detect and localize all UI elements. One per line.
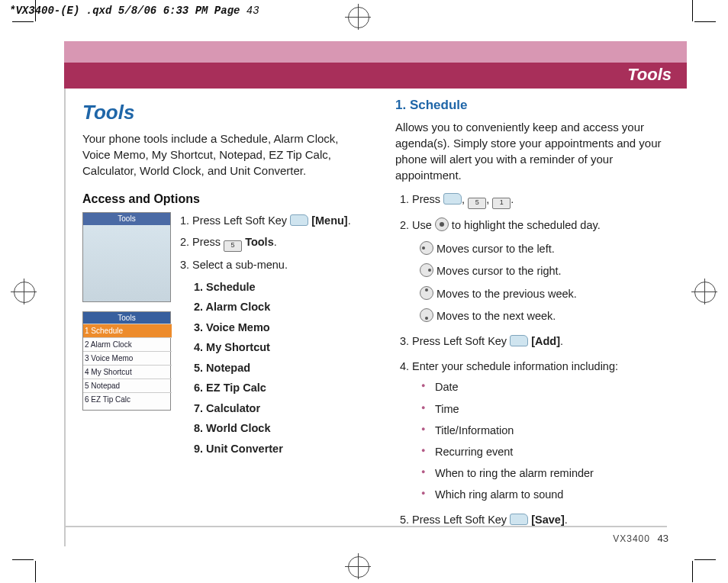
nav-key-icon xyxy=(435,217,449,231)
schedule-fields: Date Time Title/Information Recurring ev… xyxy=(421,378,682,504)
margin-rule-vertical xyxy=(64,89,66,546)
header-bold: *VX3400-(E) .qxd 5/8/06 6:33 PM Page xyxy=(9,5,240,17)
left-soft-key-icon xyxy=(290,214,308,226)
crop-mark xyxy=(694,559,716,560)
schedule-intro: Allows you to conveniently keep and acce… xyxy=(395,119,682,183)
submenu-item: 3. Voice Memo xyxy=(194,319,369,336)
crop-mark xyxy=(35,0,36,21)
screenshot-row: 3 Voice Memo xyxy=(83,351,172,366)
registration-mark-icon xyxy=(11,279,37,304)
sched-step-3: Press Left Soft Key [Add]. xyxy=(412,333,682,350)
bullet: When to ring the alarm reminder xyxy=(421,465,682,482)
sched-step-5: Press Left Soft Key [Save]. xyxy=(412,511,682,529)
submenu-item: 2. Alarm Clock xyxy=(194,298,369,315)
screenshot-row: 5 Notepad xyxy=(83,378,172,393)
screenshot-row: 2 Alarm Clock xyxy=(83,337,172,352)
bullet: Title/Information xyxy=(421,422,682,440)
submenu-item: 5. Notepad xyxy=(194,359,369,376)
nav-right-icon xyxy=(420,263,433,277)
section-title-bar: Tools xyxy=(64,63,687,89)
crop-mark xyxy=(694,21,716,22)
footer-model: VX3400 xyxy=(613,533,650,544)
section-title: Tools xyxy=(627,65,672,85)
nav-left-icon xyxy=(420,241,433,255)
footer-page-number: 43 xyxy=(658,533,668,544)
submenu-item: 4. My Shortcut xyxy=(194,339,369,356)
right-column: 1. Schedule Allows you to conveniently k… xyxy=(395,98,682,537)
bullet: Time xyxy=(421,401,682,418)
header-page: 43 xyxy=(246,5,259,17)
registration-mark-icon xyxy=(691,279,717,304)
key-5-icon: 5 xyxy=(468,198,486,209)
screenshot-titlebar: Tools xyxy=(83,213,170,225)
sched-step-4: Enter your schedule information includin… xyxy=(412,358,682,504)
subheading-access: Access and Options xyxy=(82,192,369,206)
submenu-item: 1. Schedule xyxy=(194,279,369,295)
screenshot-row: 4 My Shortcut xyxy=(83,365,172,379)
screenshot-column: Tools Tools 1 Schedule 2 Alarm Clock 3 V… xyxy=(82,212,171,460)
submenu-item: 8. World Clock xyxy=(194,420,369,436)
sched-step-2: Use to highlight the scheduled day. Move… xyxy=(412,217,682,325)
step-1: Press Left Soft Key [Menu]. xyxy=(192,212,369,229)
page-footer: VX3400 43 xyxy=(613,533,668,544)
sched-step-1: Press , 5, 1. xyxy=(412,191,682,209)
left-soft-key-icon xyxy=(510,514,528,525)
registration-mark-icon xyxy=(345,553,371,579)
left-column: Tools Your phone tools include a Schedul… xyxy=(82,98,369,537)
nav-directions: Moves cursor to the left. Moves cursor t… xyxy=(420,240,682,325)
bullet: Which ring alarm to sound xyxy=(421,486,682,504)
step-3: Select a sub-menu. xyxy=(192,256,369,273)
submenu-item: 6. EZ Tip Calc xyxy=(194,379,369,396)
screenshot-row: 1 Schedule xyxy=(83,324,172,338)
crop-mark xyxy=(692,0,693,21)
crop-mark xyxy=(692,561,693,582)
tools-list-screenshot: Tools 1 Schedule 2 Alarm Clock 3 Voice M… xyxy=(82,311,171,411)
tools-grid-screenshot: Tools xyxy=(82,212,171,302)
key-5-icon: 5 xyxy=(224,240,242,252)
submenu-item: 9. Unit Converter xyxy=(194,440,369,457)
access-steps: Press Left Soft Key [Menu]. Press 5 Tool… xyxy=(179,212,369,460)
submenu-list: 1. Schedule 2. Alarm Clock 3. Voice Memo… xyxy=(194,279,369,457)
bullet: Date xyxy=(421,378,682,396)
crop-mark xyxy=(12,21,34,22)
registration-mark-icon xyxy=(345,4,371,30)
left-soft-key-icon xyxy=(510,335,528,346)
page-heading: Tools xyxy=(82,101,369,124)
intro-text: Your phone tools include a Schedule, Ala… xyxy=(82,130,369,179)
crop-mark xyxy=(12,559,34,560)
crop-mark xyxy=(35,561,36,582)
submenu-item: 7. Calculator xyxy=(194,400,369,417)
screenshot-row: 6 EZ Tip Calc xyxy=(83,392,172,407)
nav-down-icon xyxy=(420,308,433,322)
key-1-icon: 1 xyxy=(492,198,511,209)
screenshot-titlebar: Tools xyxy=(83,312,170,324)
page-content: Tools Your phone tools include a Schedul… xyxy=(82,98,682,537)
step-2: Press 5 Tools. xyxy=(192,234,369,252)
schedule-heading: 1. Schedule xyxy=(395,98,682,113)
left-soft-key-icon xyxy=(443,193,462,205)
bullet: Recurring event xyxy=(421,443,682,461)
nav-up-icon xyxy=(420,286,433,300)
